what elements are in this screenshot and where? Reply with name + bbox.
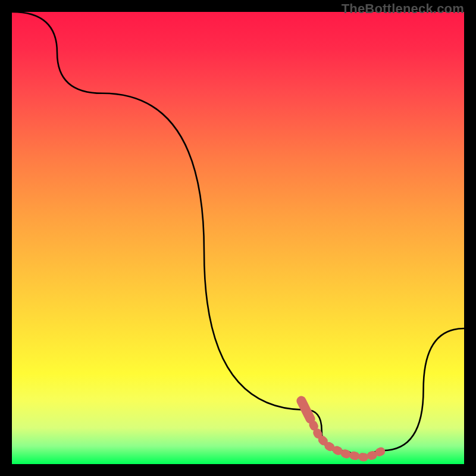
chart-svg	[12, 12, 464, 464]
valley-highlight	[301, 401, 383, 458]
gradient-plot-area	[12, 12, 464, 464]
curve-line	[12, 12, 464, 458]
valley-highlight-stub	[301, 401, 310, 419]
watermark: TheBottleneck.com	[342, 1, 464, 17]
